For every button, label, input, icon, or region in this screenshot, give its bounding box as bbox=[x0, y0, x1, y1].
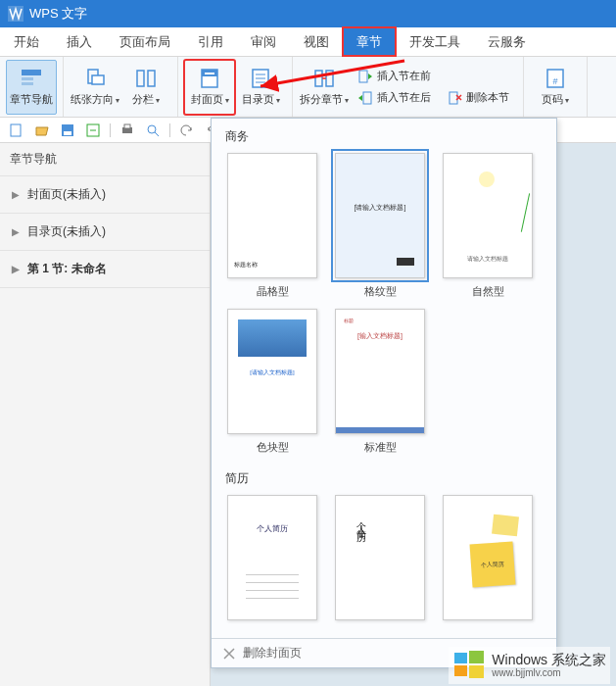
insert-section-before-button[interactable]: 插入节在前 bbox=[354, 67, 435, 86]
chapter-nav-icon bbox=[20, 67, 43, 90]
tab-label: 开发工具 bbox=[409, 33, 460, 51]
tab-label: 章节 bbox=[356, 33, 382, 51]
qa-separator bbox=[110, 123, 111, 137]
app-title: WPS 文字 bbox=[29, 5, 87, 23]
tab-view[interactable]: 视图 bbox=[290, 27, 343, 56]
button-label: 拆分章节 bbox=[300, 92, 349, 107]
gallery-item-cv1[interactable]: 个人简历 bbox=[225, 495, 319, 620]
gallery-item-gewen[interactable]: [请输入文档标题] 格纹型 bbox=[333, 153, 427, 299]
nav-item-label: 目录页(未插入) bbox=[27, 223, 106, 240]
nav-item-label: 第 1 节: 未命名 bbox=[27, 261, 107, 277]
qa-new-icon[interactable] bbox=[8, 122, 25, 139]
qa-separator bbox=[169, 123, 170, 137]
chevron-right-icon: ▶ bbox=[12, 189, 20, 200]
button-label: 纸张方向 bbox=[71, 92, 119, 107]
button-label: 删除封面页 bbox=[243, 645, 302, 662]
svg-rect-34 bbox=[469, 665, 484, 678]
svg-rect-15 bbox=[315, 71, 322, 86]
insert-before-icon bbox=[357, 69, 373, 84]
nav-item-cover[interactable]: ▶ 封面页(未插入) bbox=[0, 175, 210, 213]
paper-orientation-button[interactable]: 纸张方向 bbox=[70, 60, 120, 115]
gallery-item-ziran[interactable]: 请输入文档标题 自然型 bbox=[441, 153, 535, 299]
tab-developer[interactable]: 开发工具 bbox=[396, 27, 474, 56]
qa-open-icon[interactable] bbox=[33, 122, 51, 139]
gallery-item-jingge[interactable]: 标题名称 晶格型 bbox=[225, 153, 319, 299]
qa-undo-icon[interactable] bbox=[178, 122, 196, 139]
tab-label: 引用 bbox=[198, 33, 223, 51]
split-chapter-button[interactable]: 拆分章节 bbox=[299, 60, 350, 115]
chapter-nav-panel: 章节导航 ▶ 封面页(未插入) ▶ 目录页(未插入) ▶ 第 1 节: 未命名 bbox=[0, 143, 211, 686]
page-number-icon: # bbox=[544, 67, 567, 90]
gallery-item-cv2[interactable]: 个人简历 bbox=[333, 495, 427, 620]
svg-rect-17 bbox=[359, 71, 367, 82]
columns-button[interactable]: 分栏 bbox=[120, 60, 171, 115]
cover-page-button[interactable]: 封面页 bbox=[184, 60, 235, 115]
title-bar: WPS 文字 bbox=[0, 0, 616, 27]
cover-page-gallery: 商务 标题名称 晶格型 [请输入文档标题] 格纹型 请输入文档标题 自然型 bbox=[211, 118, 557, 668]
qa-preview-icon[interactable] bbox=[144, 122, 162, 139]
nav-item-section1[interactable]: ▶ 第 1 节: 未命名 bbox=[0, 250, 210, 288]
cover-thumb: 请输入文档标题 bbox=[443, 153, 533, 278]
svg-rect-2 bbox=[22, 77, 33, 80]
ribbon-group-page: 纸张方向 分栏 bbox=[64, 57, 178, 117]
button-label: 目录页 bbox=[242, 92, 280, 107]
svg-point-28 bbox=[148, 125, 156, 133]
svg-text:#: # bbox=[552, 76, 557, 86]
delete-icon bbox=[447, 90, 462, 106]
button-label: 封面页 bbox=[191, 92, 229, 107]
watermark-brand: Windows bbox=[492, 652, 547, 667]
svg-rect-5 bbox=[92, 75, 104, 84]
gallery-item-cv3[interactable]: 个人简历 bbox=[441, 495, 535, 620]
gallery-scroll[interactable]: 商务 标题名称 晶格型 [请输入文档标题] 格纹型 请输入文档标题 自然型 bbox=[212, 119, 556, 638]
gallery-grid-business: 标题名称 晶格型 [请输入文档标题] 格纹型 请输入文档标题 自然型 bbox=[221, 149, 546, 465]
svg-rect-31 bbox=[454, 653, 467, 663]
tab-label: 审阅 bbox=[251, 33, 276, 51]
tab-start[interactable]: 开始 bbox=[0, 27, 53, 56]
qa-save-icon[interactable] bbox=[59, 122, 76, 139]
ribbon: 章节导航 纸张方向 分栏 封面页 目录页 拆分章节 插入节在前 bbox=[0, 57, 616, 118]
cover-thumb: [请输入文档标题] bbox=[335, 153, 425, 278]
svg-rect-7 bbox=[148, 71, 155, 86]
gallery-item-label: 色块型 bbox=[257, 440, 289, 455]
watermark: Windows 系统之家 www.bjjmlv.com bbox=[449, 647, 610, 684]
tab-insert[interactable]: 插入 bbox=[53, 27, 106, 56]
toc-page-button[interactable]: 目录页 bbox=[235, 60, 286, 115]
tab-references[interactable]: 引用 bbox=[184, 27, 237, 56]
thumb-text: [请输入文档标题] bbox=[336, 203, 424, 213]
watermark-cn: 系统之家 bbox=[551, 652, 606, 667]
svg-rect-27 bbox=[124, 124, 130, 128]
qa-refresh-icon[interactable] bbox=[84, 122, 102, 139]
tab-page-layout[interactable]: 页面布局 bbox=[106, 27, 184, 56]
gallery-item-sekuai[interactable]: [请输入文档标题] 色块型 bbox=[225, 309, 319, 455]
thumb-text: 个人简历 bbox=[470, 542, 516, 588]
thumb-text: [输入文档标题] bbox=[336, 331, 424, 341]
svg-rect-16 bbox=[326, 71, 333, 86]
nav-item-toc[interactable]: ▶ 目录页(未插入) bbox=[0, 213, 210, 250]
panel-title: 章节导航 bbox=[0, 143, 210, 175]
insert-after-icon bbox=[357, 90, 373, 106]
cover-page-icon bbox=[198, 67, 221, 90]
tab-review[interactable]: 审阅 bbox=[237, 27, 290, 56]
tab-label: 开始 bbox=[14, 33, 39, 51]
svg-rect-19 bbox=[450, 92, 457, 104]
thumb-text: 请输入文档标题 bbox=[444, 255, 532, 264]
ribbon-group-cover: 封面页 目录页 bbox=[178, 57, 293, 117]
tab-cloud[interactable]: 云服务 bbox=[474, 27, 540, 56]
insert-section-after-button[interactable]: 插入节在后 bbox=[354, 88, 435, 108]
delete-section-button[interactable]: 删除本节 bbox=[443, 88, 513, 108]
gallery-item-biaozhun[interactable]: 标题 [输入文档标题] 标准型 bbox=[333, 309, 427, 455]
page-number-button[interactable]: # 页码 bbox=[530, 60, 581, 115]
svg-rect-3 bbox=[22, 82, 33, 85]
columns-icon bbox=[134, 67, 158, 90]
button-label: 删除本节 bbox=[466, 90, 509, 105]
qa-print-icon[interactable] bbox=[118, 122, 136, 139]
chapter-nav-button[interactable]: 章节导航 bbox=[6, 60, 57, 115]
tab-label: 视图 bbox=[304, 33, 329, 51]
watermark-url: www.bjjmlv.com bbox=[492, 667, 606, 679]
ribbon-tabs: 开始 插入 页面布局 引用 审阅 视图 章节 开发工具 云服务 bbox=[0, 27, 616, 57]
cover-thumb: 个人简历 bbox=[335, 495, 425, 620]
ribbon-group-pagenum: # 页码 bbox=[524, 57, 588, 117]
tab-chapter[interactable]: 章节 bbox=[343, 27, 396, 56]
button-label: 章节导航 bbox=[10, 92, 53, 107]
svg-rect-33 bbox=[454, 665, 467, 676]
